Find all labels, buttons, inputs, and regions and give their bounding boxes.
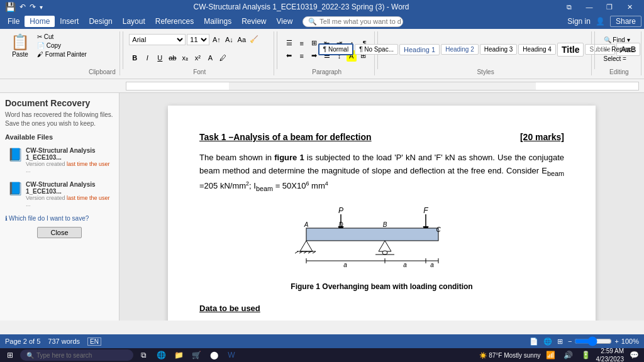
word-btn[interactable]: W [224,349,239,361]
file-info-2: CW-Structural Analysis 1_ECE103... Versi… [26,181,111,207]
task-body: The beam shown in figure 1 is subjected … [199,151,564,194]
file-word-icon-2: 📘 [8,181,23,196]
menu-references[interactable]: References [150,16,199,27]
replace-btn[interactable]: ↔ Replace [601,45,637,53]
sidebar-title: Document Recovery [5,98,114,108]
font-group: Arial 11 A↑ A↓ Aa 🧹 B I U ab x₂ x² A 🖊 [125,31,274,75]
menu-design[interactable]: Design [84,16,117,27]
main-area: Document Recovery Word has recovered the… [0,93,644,321]
beam-diagram-container: P F A D B [199,204,564,292]
taskbar-search-box[interactable]: 🔍 [20,349,133,361]
view-web-icon[interactable]: 🌐 [543,337,552,346]
taskbar-date-text: 4/23/2023 [596,355,625,362]
font-size-select[interactable]: 11 [187,34,209,45]
style-title[interactable]: Title [557,43,584,57]
cut-button[interactable]: ✂ Cut [35,33,89,41]
maximize-btn[interactable]: ❐ [600,0,619,14]
grow-font-btn[interactable]: A↑ [211,34,222,45]
task-view-btn[interactable]: ⧉ [136,349,151,361]
style-heading4[interactable]: Heading 4 [518,44,556,55]
file-item-2[interactable]: 📘 CW-Structural Analysis 1_ECE103... Ver… [5,178,114,210]
bullets-btn[interactable]: ☰ [284,38,295,49]
view-print-icon[interactable]: 📄 [530,337,538,346]
highlight-btn[interactable]: 🖊 [217,52,228,63]
format-painter-button[interactable]: 🖌 Format Painter [35,50,89,58]
edge-btn[interactable]: 🌐 [153,349,169,361]
align-left-btn[interactable]: ⬅ [284,50,295,62]
close-btn-container: Close [5,227,114,238]
chrome-btn[interactable]: ⬤ [206,349,221,361]
clear-format-btn[interactable]: 🧹 [248,34,260,45]
document-area[interactable]: Task 1 –Analysis of a beam for deflectio… [119,93,644,321]
data-title: Data to be used [199,302,564,315]
zoom-out-btn[interactable]: − [568,337,572,345]
select-btn[interactable]: Select = [601,55,637,63]
menu-mailings[interactable]: Mailings [199,16,236,27]
find-btn[interactable]: 🔍 Find ▾ [601,36,637,44]
notification-btn[interactable]: 💬 [626,349,641,361]
menu-file[interactable]: File [3,16,25,27]
font-row-1: Arial 11 A↑ A↓ Aa 🧹 [129,34,260,45]
store-btn[interactable]: 🛒 [189,349,204,361]
change-case-btn[interactable]: Aa [236,34,247,45]
save-icon[interactable]: 💾 [5,2,16,12]
file-explorer-btn[interactable]: 📁 [171,349,186,361]
file-version-2: Version created last time the user ... [26,195,111,207]
copy-button[interactable]: 📄 Copy [35,41,89,50]
superscript-btn[interactable]: x² [192,52,203,63]
bold-btn[interactable]: B [129,52,140,63]
menu-layout[interactable]: Layout [118,16,150,27]
focus-icon[interactable]: ⊞ [557,337,563,346]
sign-in-btn[interactable]: Sign in [567,17,591,26]
minimize-btn[interactable]: — [580,0,599,14]
file-word-icon-1: 📘 [8,147,23,162]
redo-btn[interactable]: ↷ [30,3,36,11]
style-heading2[interactable]: Heading 2 [441,44,479,55]
word-count: 737 words [48,337,80,345]
subscript-btn[interactable]: x₂ [179,52,191,63]
shrink-font-btn[interactable]: A↓ [223,34,235,45]
style-no-space[interactable]: ¶ No Spac... [355,44,398,55]
start-btn[interactable]: ⊞ [3,349,18,361]
undo-btn[interactable]: ↶ [19,3,26,11]
share-btn[interactable]: Share [610,16,641,27]
menu-home[interactable]: Home [25,16,55,27]
file-item-1[interactable]: 📘 CW-Structural Analysis 1_ECE103... Ver… [5,145,114,176]
close-sidebar-btn[interactable]: Close [37,227,81,238]
taskbar-time-text: 2:59 AM [596,347,625,355]
tell-me-box[interactable]: 🔍 [303,16,403,27]
menu-view[interactable]: View [272,16,298,27]
style-normal[interactable]: ¶ Normal [318,43,353,55]
zoom-in-btn[interactable]: + [614,337,618,345]
which-file-link[interactable]: ℹ Which file do I want to save? [5,215,114,222]
underline-btn[interactable]: U [154,52,165,63]
font-name-select[interactable]: Arial [129,34,186,45]
beam-diagram-svg: P F A D B [287,204,476,273]
zoom-slider[interactable] [574,336,612,346]
style-heading3[interactable]: Heading 3 [480,44,518,55]
numbering-btn[interactable]: ≡ [296,38,308,49]
close-btn[interactable]: ✕ [620,0,639,14]
ruler-area [0,79,644,93]
more-styles-btn[interactable]: ▾ [641,44,644,55]
editing-btns: 🔍 Find ▾ ↔ Replace Select = [601,36,637,63]
align-center-btn[interactable]: ≡ [296,50,308,62]
paste-button[interactable]: 📋 Paste [6,31,34,60]
task-marks: [20 marks] [520,131,564,144]
network-icon[interactable]: 📶 [543,349,558,361]
style-heading1[interactable]: Heading 1 [399,44,440,55]
document-page: Task 1 –Analysis of a beam for deflectio… [168,106,596,321]
task-title: Task 1 –Analysis of a beam for deflectio… [199,131,564,144]
strikethrough-btn[interactable]: ab [167,52,178,63]
menu-review[interactable]: Review [236,16,271,27]
restore-btn[interactable]: ⧉ [560,0,579,14]
battery-icon[interactable]: 🔋 [579,349,594,361]
volume-icon[interactable]: 🔊 [561,349,576,361]
font-label: Font [193,67,206,75]
italic-btn[interactable]: I [142,52,153,63]
menu-insert[interactable]: Insert [55,16,84,27]
taskbar-search-input[interactable] [36,352,125,359]
tell-me-input[interactable] [319,18,401,25]
file-name-2: CW-Structural Analysis 1_ECE103... [26,181,111,195]
font-color-btn[interactable]: A [204,52,216,63]
